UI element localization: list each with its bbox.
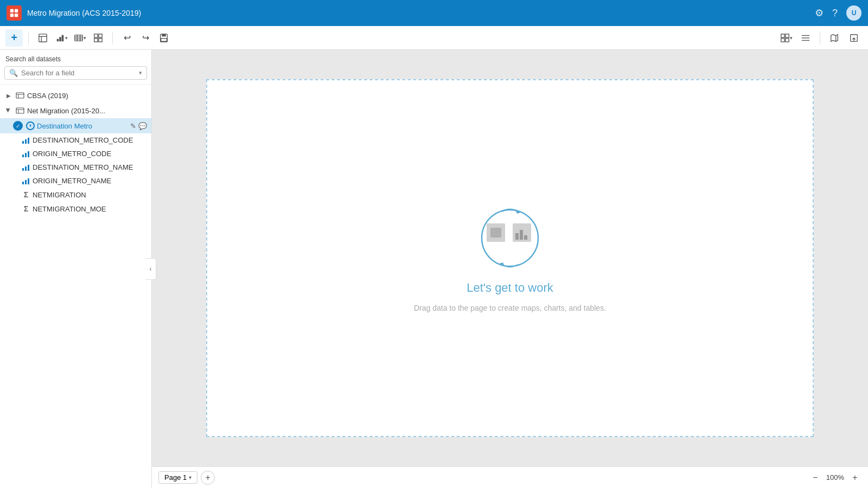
chart-button[interactable]: ▾	[53, 29, 70, 47]
svg-rect-31	[16, 93, 24, 98]
svg-rect-2	[10, 14, 14, 17]
svg-rect-24	[781, 38, 784, 41]
origin-name-label: ORIGIN_METRO_NAME	[33, 177, 147, 185]
toolbar-right: ▾	[777, 29, 863, 47]
toolbar: + ▾ ▾	[0, 26, 868, 50]
redo-button[interactable]: ↪	[137, 29, 154, 47]
tree-item-netmig[interactable]: Σ NETMIGRATION	[0, 188, 151, 202]
whiteboard-button[interactable]	[34, 29, 52, 47]
geo-icon-destination	[26, 121, 35, 130]
expand-netmigration[interactable]: ▶	[4, 106, 13, 115]
tree-actions-destination: ✎ 💬	[130, 122, 147, 130]
toolbar-sep-2	[112, 31, 113, 44]
comment-destination-icon[interactable]: 💬	[138, 122, 147, 130]
tree-item-dest-code[interactable]: DESTINATION_METRO_CODE	[0, 133, 151, 147]
tree-item-netmigration[interactable]: ▶ Net Migration (2015-20... ✎ ···	[0, 103, 151, 118]
save-button[interactable]	[155, 29, 173, 47]
export-button[interactable]	[845, 29, 863, 47]
page-selector[interactable]: Page 1 ▾	[158, 471, 197, 484]
svg-rect-43	[28, 151, 29, 157]
svg-rect-42	[25, 153, 27, 157]
bar-icon-dest-name	[22, 164, 30, 171]
svg-rect-21	[161, 38, 167, 41]
tree-item-origin-name[interactable]: ORIGIN_METRO_NAME	[0, 174, 151, 188]
main-area: Search all datasets 🔍 ▾ ▶ CBSA (2019)	[0, 50, 868, 488]
expand-cbsa[interactable]: ▶	[4, 91, 13, 100]
svg-rect-34	[16, 108, 24, 113]
svg-rect-18	[99, 38, 102, 41]
svg-rect-48	[25, 180, 27, 184]
sidebar-tree: ▶ CBSA (2019) ▶	[0, 85, 151, 488]
zoom-level: 100%	[826, 473, 844, 481]
canvas-wrapper: Let's get to work Drag data to the page …	[152, 50, 868, 466]
undo-button[interactable]: ↩	[118, 29, 136, 47]
empty-state: Let's get to work Drag data to the page …	[414, 203, 606, 314]
svg-rect-15	[94, 34, 98, 37]
bar-icon-origin-name	[22, 177, 30, 185]
list-view-button[interactable]	[797, 29, 814, 47]
search-label: Search all datasets	[4, 55, 147, 63]
toolbar-sep-3	[820, 31, 820, 44]
svg-rect-47	[22, 182, 24, 184]
grid-view-button[interactable]: ▾	[777, 29, 795, 47]
cbsa-label: CBSA (2019)	[27, 92, 147, 100]
edit-net-icon[interactable]: ✎	[133, 107, 139, 115]
page-label: Page 1	[164, 473, 187, 481]
net-migration-label: Net Migration (2015-20...	[27, 107, 131, 115]
svg-rect-0	[10, 9, 14, 12]
tree-item-destination-metro[interactable]: ✓ Destination Metro ✎ 💬	[0, 118, 151, 133]
more-net-icon[interactable]: ···	[141, 107, 147, 115]
svg-rect-44	[22, 168, 24, 171]
app-logo	[7, 5, 22, 21]
tree-item-netmig-moe[interactable]: Σ NETMIGRATION_MOE	[0, 202, 151, 216]
svg-rect-49	[28, 178, 29, 184]
circle-arrows-svg	[475, 203, 545, 273]
svg-rect-20	[162, 34, 165, 36]
svg-rect-25	[785, 38, 788, 41]
add-page-button[interactable]: +	[201, 471, 215, 485]
bar-icon-dest-code	[22, 137, 30, 144]
tree-item-cbsa[interactable]: ▶ CBSA (2019)	[0, 88, 151, 103]
netmig-moe-label: NETMIGRATION_MOE	[33, 205, 147, 213]
svg-rect-9	[61, 35, 63, 41]
table-button[interactable]: ▾	[71, 29, 88, 47]
topbar: Metro Migration (ACS 2015-2019) ⚙ ? U	[0, 0, 868, 26]
svg-rect-8	[59, 37, 61, 41]
svg-rect-23	[785, 34, 788, 37]
svg-rect-3	[15, 14, 18, 17]
search-input-wrap: 🔍 ▾	[4, 66, 147, 80]
topbar-icons: ⚙ ? U	[815, 5, 861, 21]
dashboard-button[interactable]	[90, 29, 107, 47]
svg-rect-39	[25, 139, 27, 144]
help-icon[interactable]: ?	[832, 8, 838, 19]
netmig-label: NETMIGRATION	[33, 191, 147, 199]
new-button[interactable]: +	[5, 29, 23, 47]
settings-icon[interactable]: ⚙	[815, 7, 824, 19]
edit-destination-icon[interactable]: ✎	[130, 122, 136, 130]
zoom-controls: − 100% +	[809, 471, 861, 484]
collapse-sidebar-button[interactable]: ‹	[145, 258, 156, 280]
svg-rect-7	[56, 38, 59, 41]
search-input[interactable]	[21, 69, 136, 77]
svg-rect-22	[781, 34, 784, 37]
svg-rect-38	[22, 141, 24, 144]
avatar[interactable]: U	[846, 5, 861, 21]
empty-state-icon	[475, 203, 545, 273]
bottombar: Page 1 ▾ + − 100% +	[152, 466, 868, 488]
tree-item-dest-name[interactable]: DESTINATION_METRO_NAME	[0, 160, 151, 174]
mini-chart	[513, 223, 531, 242]
svg-rect-17	[94, 38, 98, 41]
empty-state-subtitle: Drag data to the page to create maps, ch…	[414, 303, 606, 314]
canvas-area: Let's get to work Drag data to the page …	[152, 50, 868, 488]
sidebar-search-area: Search all datasets 🔍 ▾	[0, 50, 151, 85]
svg-rect-4	[39, 34, 47, 41]
zoom-out-button[interactable]: −	[809, 471, 822, 484]
map-button[interactable]	[826, 29, 843, 47]
search-dropdown-icon[interactable]: ▾	[139, 69, 142, 76]
zoom-in-button[interactable]: +	[848, 471, 861, 484]
mini-map	[487, 223, 505, 242]
bar-icon-origin-code	[22, 150, 30, 158]
tree-item-origin-code[interactable]: ORIGIN_METRO_CODE	[0, 147, 151, 160]
svg-rect-40	[28, 138, 29, 144]
page-dropdown-icon: ▾	[189, 474, 192, 480]
